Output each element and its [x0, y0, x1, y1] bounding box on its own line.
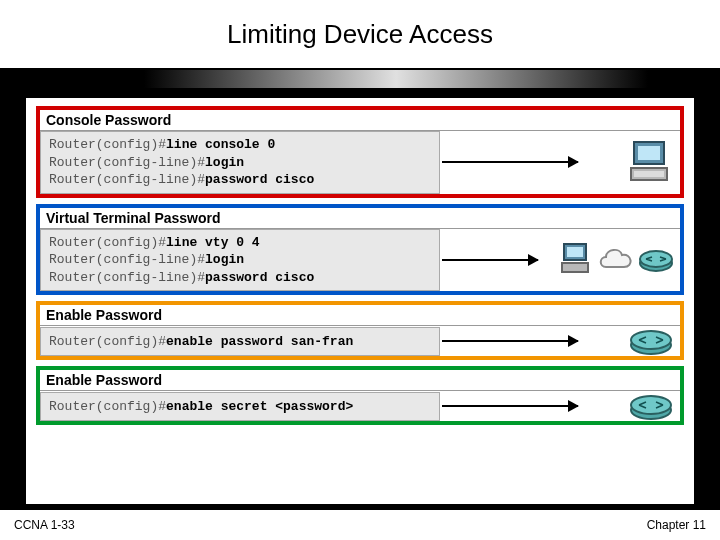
section-console-password: Console Password Router(config)#line con… — [36, 106, 684, 198]
section-header: Enable Password — [40, 370, 680, 391]
arrow-icon — [442, 259, 538, 261]
section-enable-secret: Enable Password Router(config)#enable se… — [36, 366, 684, 425]
svg-rect-5 — [567, 247, 583, 257]
section-header: Enable Password — [40, 305, 680, 326]
command-box: Router(config)#line console 0 Router(con… — [40, 131, 440, 194]
arrow-icon — [442, 405, 578, 407]
icon-pc — [580, 140, 680, 184]
section-body: Router(config)#line vty 0 4 Router(confi… — [40, 229, 680, 292]
footer: CCNA 1-33 Chapter 11 — [0, 510, 720, 540]
svg-rect-6 — [562, 263, 588, 272]
router-icon — [628, 326, 674, 356]
command-box: Router(config)#enable secret <password> — [40, 392, 440, 422]
cloud-icon — [596, 245, 636, 275]
footer-left: CCNA 1-33 — [14, 518, 75, 532]
section-body: Router(config)#enable secret <password> — [40, 391, 680, 421]
arrow-icon — [442, 340, 578, 342]
slide-title: Limiting Device Access — [227, 19, 493, 50]
footer-right: Chapter 11 — [647, 518, 706, 532]
command-box: Router(config)#line vty 0 4 Router(confi… — [40, 229, 440, 292]
content-area: Console Password Router(config)#line con… — [26, 98, 694, 504]
icon-router — [580, 326, 680, 356]
svg-rect-3 — [634, 171, 664, 177]
section-vty-password: Virtual Terminal Password Router(config)… — [36, 204, 684, 296]
svg-point-10 — [631, 331, 671, 349]
title-bar: Limiting Device Access — [0, 0, 720, 70]
section-header: Virtual Terminal Password — [40, 208, 680, 229]
router-icon — [638, 247, 674, 273]
icon-router — [580, 391, 680, 421]
section-enable-password: Enable Password Router(config)#enable pa… — [36, 301, 684, 360]
section-body: Router(config)#line console 0 Router(con… — [40, 131, 680, 194]
computer-icon — [628, 140, 674, 184]
command-box: Router(config)#enable password san-fran — [40, 327, 440, 357]
section-body: Router(config)#enable password san-fran — [40, 326, 680, 356]
section-header: Console Password — [40, 110, 680, 131]
svg-point-12 — [631, 396, 671, 414]
router-icon — [628, 391, 674, 421]
gradient-strip — [0, 70, 720, 88]
computer-icon — [560, 243, 594, 277]
arrow-icon — [442, 161, 578, 163]
svg-rect-1 — [638, 146, 660, 160]
svg-point-8 — [640, 251, 672, 267]
icon-group — [540, 243, 680, 277]
